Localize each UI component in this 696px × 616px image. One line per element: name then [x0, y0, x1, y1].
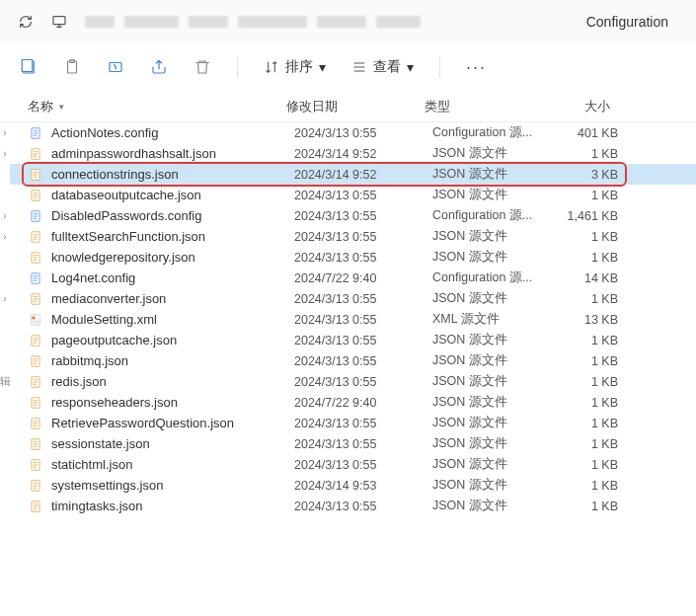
- title-bar: Configuration: [0, 0, 696, 43]
- file-name: systemsettings.json: [51, 478, 294, 493]
- file-row[interactable]: mediaconverter.json2024/3/13 0:55JSON 源文…: [10, 288, 696, 309]
- file-row[interactable]: systemsettings.json2024/3/14 9:53JSON 源文…: [10, 475, 696, 496]
- file-icon: [28, 333, 43, 348]
- file-type: XML 源文件: [432, 311, 549, 328]
- file-row[interactable]: RetrievePasswordQuestion.json2024/3/13 0…: [10, 413, 696, 433]
- file-size: 1 KB: [549, 334, 628, 347]
- monitor-icon[interactable]: [51, 14, 67, 30]
- file-date: 2024/3/13 0:55: [294, 354, 432, 368]
- view-dropdown[interactable]: 查看 ▾: [351, 58, 414, 76]
- file-icon: [28, 188, 43, 203]
- separator: [237, 56, 238, 78]
- file-icon: [28, 125, 43, 141]
- sort-caret-icon: ▾: [59, 102, 64, 112]
- file-name: RetrievePasswordQuestion.json: [51, 416, 294, 430]
- file-type: Configuration 源...: [432, 270, 549, 286]
- file-type: JSON 源文件: [432, 456, 549, 473]
- file-icon: [28, 167, 43, 183]
- file-type: JSON 源文件: [432, 415, 549, 431]
- file-icon: [28, 146, 43, 162]
- share-icon[interactable]: [150, 58, 168, 76]
- file-row[interactable]: responseheaders.json2024/7/22 9:40JSON 源…: [10, 392, 696, 413]
- file-name: timingtasks.json: [51, 499, 294, 513]
- file-size: 1 KB: [549, 500, 628, 513]
- file-size: 1 KB: [549, 458, 628, 472]
- file-row[interactable]: Log4net.config2024/7/22 9:40Configuratio…: [10, 268, 696, 288]
- file-row[interactable]: ModuleSetting.xml2024/3/13 0:55XML 源文件13…: [10, 309, 696, 330]
- file-icon: [28, 416, 43, 431]
- file-icon: [28, 208, 43, 224]
- header-size[interactable]: 大小: [541, 98, 620, 116]
- file-row[interactable]: ActionNotes.config2024/3/13 0:55Configur…: [10, 122, 696, 143]
- file-icon: [28, 436, 43, 452]
- file-row[interactable]: knowledgerepository.json2024/3/13 0:55JS…: [10, 247, 696, 268]
- file-date: 2024/3/13 0:55: [294, 209, 432, 223]
- file-row[interactable]: timingtasks.json2024/3/13 0:55JSON 源文件1 …: [10, 496, 696, 516]
- file-size: 1 KB: [549, 479, 628, 493]
- file-date: 2024/3/13 0:55: [294, 251, 432, 265]
- file-row[interactable]: pageoutputcache.json2024/3/13 0:55JSON 源…: [10, 330, 696, 350]
- file-size: 1 KB: [549, 189, 628, 202]
- file-type: JSON 源文件: [432, 352, 549, 369]
- file-size: 1,461 KB: [549, 209, 628, 223]
- view-label: 查看: [373, 58, 401, 76]
- file-icon: [28, 291, 43, 307]
- file-row[interactable]: sessionstate.json2024/3/13 0:55JSON 源文件1…: [10, 433, 696, 454]
- file-date: 2024/3/13 0:55: [294, 126, 432, 140]
- file-name: fulltextSearchFunction.json: [51, 229, 294, 244]
- svg-rect-2: [22, 60, 33, 72]
- file-icon: [28, 499, 43, 514]
- svg-rect-15: [31, 314, 39, 325]
- new-icon[interactable]: [20, 58, 38, 76]
- file-date: 2024/3/13 0:55: [294, 313, 432, 327]
- file-date: 2024/7/22 9:40: [294, 396, 432, 410]
- file-date: 2024/7/22 9:40: [294, 271, 432, 285]
- header-name[interactable]: 名称 ▾: [28, 98, 286, 116]
- file-type: JSON 源文件: [432, 477, 549, 494]
- rename-icon[interactable]: [107, 58, 124, 76]
- file-row[interactable]: redis.json2024/3/13 0:55JSON 源文件1 KB: [10, 371, 696, 392]
- header-date[interactable]: 修改日期: [286, 98, 425, 116]
- file-row[interactable]: DisabledPasswords.config2024/3/13 0:55Co…: [10, 205, 696, 226]
- file-size: 1 KB: [549, 292, 628, 306]
- chevron-down-icon: ▾: [407, 59, 414, 75]
- chevron-down-icon: ▾: [319, 59, 326, 75]
- paste-icon[interactable]: [63, 58, 81, 76]
- file-row[interactable]: adminpasswordhashsalt.json2024/3/14 9:52…: [10, 143, 696, 164]
- file-date: 2024/3/13 0:55: [294, 230, 432, 244]
- file-name: DisabledPasswords.config: [51, 208, 294, 223]
- file-name: responseheaders.json: [51, 395, 294, 410]
- column-headers: 名称 ▾ 修改日期 类型 大小: [0, 91, 696, 122]
- file-size: 1 KB: [549, 251, 628, 265]
- file-type: JSON 源文件: [432, 145, 549, 162]
- file-size: 3 KB: [549, 168, 628, 182]
- file-name: adminpasswordhashsalt.json: [51, 146, 294, 161]
- file-type: JSON 源文件: [432, 435, 549, 452]
- file-row[interactable]: rabbitmq.json2024/3/13 0:55JSON 源文件1 KB: [10, 350, 696, 371]
- delete-icon[interactable]: [193, 58, 211, 76]
- breadcrumb-current[interactable]: Configuration: [586, 14, 678, 30]
- file-row[interactable]: connectionstrings.json2024/3/14 9:52JSON…: [10, 164, 696, 185]
- file-date: 2024/3/13 0:55: [294, 375, 432, 389]
- file-size: 13 KB: [549, 313, 628, 327]
- file-row[interactable]: databaseoutputcache.json2024/3/13 0:55JS…: [10, 185, 696, 205]
- refresh-icon[interactable]: [18, 14, 34, 30]
- file-type: JSON 源文件: [432, 290, 549, 307]
- file-size: 1 KB: [549, 354, 628, 368]
- sort-dropdown[interactable]: 排序 ▾: [264, 58, 326, 76]
- file-type: JSON 源文件: [432, 394, 549, 411]
- file-icon: [28, 478, 43, 494]
- file-icon: [28, 457, 43, 473]
- file-row[interactable]: statichtml.json2024/3/13 0:55JSON 源文件1 K…: [10, 454, 696, 475]
- file-size: 401 KB: [549, 126, 628, 140]
- file-size: 1 KB: [549, 437, 628, 451]
- more-icon[interactable]: ···: [466, 57, 487, 78]
- file-type: Configuration 源...: [432, 124, 549, 141]
- file-name: sessionstate.json: [51, 436, 294, 451]
- file-name: pageoutputcache.json: [51, 333, 294, 347]
- header-type[interactable]: 类型: [425, 98, 541, 116]
- file-name: statichtml.json: [51, 457, 294, 472]
- left-gutter: ›› ›› › 辑: [0, 122, 10, 516]
- file-row[interactable]: fulltextSearchFunction.json2024/3/13 0:5…: [10, 226, 696, 247]
- file-type: Configuration 源...: [432, 207, 549, 224]
